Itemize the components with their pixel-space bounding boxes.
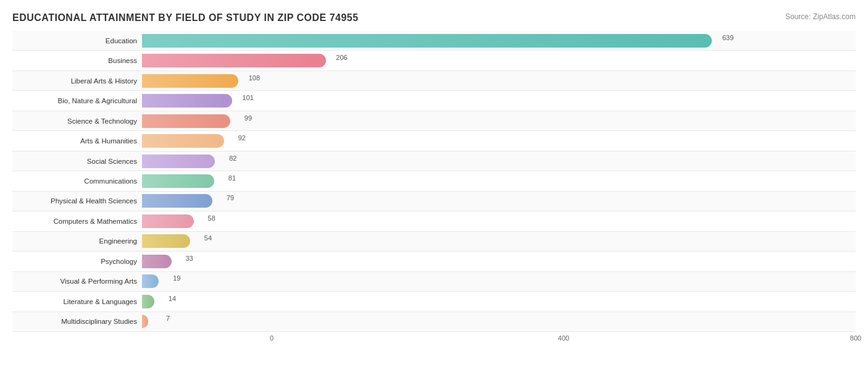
bar-label: Arts & Humanities	[12, 137, 142, 145]
bar-label: Physical & Health Sciences	[12, 197, 142, 205]
bar-wrapper: 99	[142, 112, 856, 129]
bar: 101	[142, 94, 232, 108]
bar-label: Business	[12, 57, 142, 64]
bar-label: Bio, Nature & Agricultural	[12, 97, 142, 104]
x-axis-tick: 400	[558, 334, 569, 342]
bar-label: Science & Technology	[12, 117, 142, 125]
bar-label: Liberal Arts & History	[12, 77, 142, 85]
bar-wrapper: 82	[142, 153, 856, 169]
bar-label: Engineering	[12, 237, 142, 245]
bar-value: 7	[166, 315, 170, 322]
source-label: Source: ZipAtlas.com	[785, 12, 856, 21]
bar-wrapper: 639	[142, 32, 856, 49]
bar-value: 101	[243, 94, 254, 101]
bar-value: 33	[185, 255, 193, 262]
bar-wrapper: 206	[142, 52, 856, 69]
bar-value: 54	[204, 234, 212, 242]
bar-value: 19	[173, 274, 180, 282]
table-row: Arts & Humanities92	[12, 131, 856, 151]
bar-value: 14	[169, 295, 176, 302]
bar-value: 82	[229, 155, 236, 162]
bar-value: 206	[336, 54, 347, 61]
table-row: Education639	[12, 31, 856, 51]
table-row: Visual & Performing Arts19	[12, 272, 856, 292]
bar: 82	[142, 155, 215, 168]
bar-label: Visual & Performing Arts	[12, 278, 142, 285]
bar: 206	[142, 54, 326, 67]
table-row: Business206	[12, 51, 856, 70]
bar-wrapper: 7	[142, 313, 856, 330]
bar-label: Computers & Mathematics	[12, 218, 142, 225]
bar-wrapper: 79	[142, 193, 856, 210]
bar-label: Education	[12, 37, 142, 45]
bar-wrapper: 54	[142, 233, 856, 250]
bar-value: 639	[722, 34, 733, 41]
bar: 79	[142, 194, 212, 208]
bars-container: Education639Business206Liberal Arts & Hi…	[12, 31, 856, 332]
table-row: Bio, Nature & Agricultural101	[12, 91, 856, 111]
chart-area: Education639Business206Liberal Arts & Hi…	[12, 31, 856, 347]
table-row: Literature & Languages14	[12, 292, 856, 312]
bar: 14	[142, 295, 154, 308]
table-row: Computers & Mathematics58	[12, 211, 856, 231]
bar-wrapper: 33	[142, 253, 856, 269]
bar-wrapper: 81	[142, 172, 856, 189]
bar-label: Communications	[12, 177, 142, 185]
bar-wrapper: 101	[142, 92, 856, 109]
bar: 33	[142, 255, 172, 268]
bar: 7	[142, 315, 148, 328]
table-row: Physical & Health Sciences79	[12, 192, 856, 211]
bar-label: Multidisciplinary Studies	[12, 318, 142, 325]
chart-container: EDUCATIONAL ATTAINMENT BY FIELD OF STUDY…	[0, 0, 868, 390]
bar: 639	[142, 34, 712, 48]
bar: 19	[142, 274, 159, 288]
bar: 92	[142, 134, 224, 148]
bar-value: 58	[208, 214, 215, 222]
bar-label: Psychology	[12, 258, 142, 265]
bar-value: 92	[238, 134, 246, 142]
x-axis-container: 0400800	[272, 334, 856, 347]
table-row: Communications81	[12, 171, 856, 191]
table-row: Science & Technology99	[12, 111, 856, 131]
x-axis-tick: 800	[850, 334, 861, 342]
chart-title: EDUCATIONAL ATTAINMENT BY FIELD OF STUDY…	[12, 12, 856, 23]
bar-wrapper: 58	[142, 213, 856, 229]
bar: 54	[142, 234, 190, 248]
bar-wrapper: 19	[142, 273, 856, 290]
bar-value: 81	[228, 174, 236, 182]
bar-wrapper: 14	[142, 293, 856, 310]
table-row: Psychology33	[12, 252, 856, 271]
bar: 81	[142, 174, 214, 188]
x-axis-tick: 0	[270, 334, 273, 342]
table-row: Social Sciences82	[12, 151, 856, 171]
bar-label: Social Sciences	[12, 158, 142, 165]
bar: 99	[142, 114, 230, 128]
x-axis-row: 0400800	[12, 334, 856, 347]
table-row: Multidisciplinary Studies7	[12, 312, 856, 332]
bar-value: 79	[227, 194, 234, 201]
bar-wrapper: 108	[142, 72, 856, 89]
table-row: Liberal Arts & History108	[12, 71, 856, 91]
bar-wrapper: 92	[142, 132, 856, 149]
bar: 58	[142, 214, 194, 228]
bar-value: 108	[249, 74, 260, 82]
table-row: Engineering54	[12, 232, 856, 252]
bar: 108	[142, 74, 238, 88]
bar-value: 99	[244, 114, 252, 122]
bar-label: Literature & Languages	[12, 298, 142, 305]
